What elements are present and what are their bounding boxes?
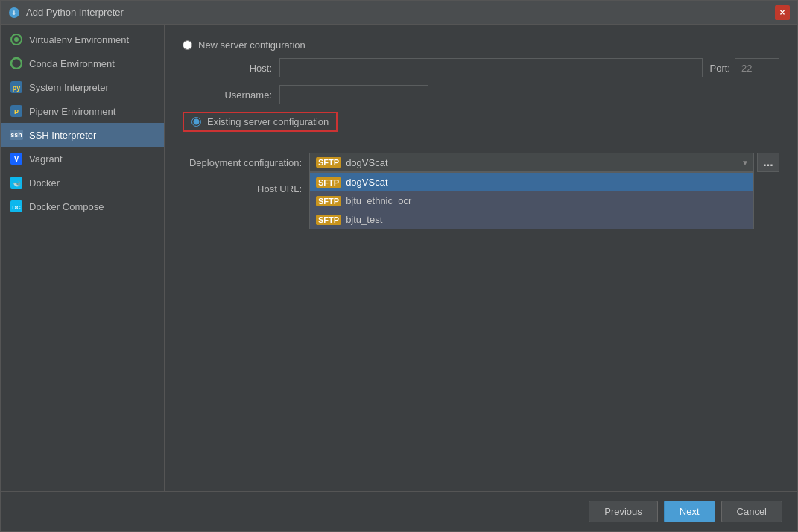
- sidebar-item-label: Pipenv Environment: [29, 106, 115, 117]
- dropdown-item-2[interactable]: SFTP bjtu_test: [310, 210, 753, 229]
- svg-text:P: P: [14, 108, 19, 115]
- sidebar-item-virtualenv[interactable]: Virtualenv Environment: [1, 28, 164, 51]
- sftp-icon-0: SFTP: [316, 177, 341, 188]
- port-input[interactable]: 22: [735, 58, 779, 77]
- sftp-icon-2: SFTP: [316, 215, 341, 225]
- username-label: Username:: [197, 89, 279, 101]
- ssh-icon: ssh: [10, 128, 23, 142]
- deployment-dropdown[interactable]: SFTP dogVScat ▼ SFTP dogVScat SFTP bjtu_…: [309, 153, 754, 172]
- selected-deployment-text: dogVScat: [346, 157, 387, 168]
- conda-icon: [10, 57, 23, 70]
- sftp-icon: SFTP: [316, 157, 341, 168]
- dropdown-arrow-icon: ▼: [741, 159, 749, 167]
- content-area: New server configuration Host: Port: 22 …: [165, 25, 797, 491]
- port-label: Port:: [710, 63, 730, 74]
- svg-text:DC: DC: [12, 204, 21, 211]
- deployment-label: Deployment configuration:: [183, 157, 309, 168]
- svg-point-4: [11, 58, 22, 69]
- next-button[interactable]: Next: [664, 501, 715, 522]
- existing-config-box[interactable]: Existing server configuration: [183, 112, 338, 132]
- sidebar-item-vagrant[interactable]: V Vagrant: [1, 147, 164, 171]
- dropdown-item-label-1: bjtu_ethnic_ocr: [346, 195, 411, 206]
- existing-server-label: Existing server configuration: [207, 116, 329, 127]
- existing-server-radio[interactable]: [191, 117, 201, 127]
- host-row: Host: Port: 22: [197, 58, 779, 77]
- new-server-label: New server configuration: [198, 39, 305, 51]
- cancel-button[interactable]: Cancel: [721, 501, 782, 522]
- host-input[interactable]: [279, 58, 703, 77]
- sidebar-item-label: Docker: [29, 177, 60, 189]
- vagrant-icon: V: [10, 152, 23, 165]
- host-label: Host:: [197, 63, 279, 74]
- sidebar-item-label: SSH Interpreter: [29, 130, 96, 141]
- docker-compose-icon: DC: [10, 200, 23, 213]
- username-row: Username:: [197, 85, 779, 104]
- sidebar-item-label: Virtualenv Environment: [29, 34, 129, 45]
- sidebar-item-label: Docker Compose: [29, 201, 104, 212]
- new-server-radio[interactable]: [183, 40, 192, 50]
- add-python-interpreter-dialog: + Add Python Interpreter × Virtualenv En…: [0, 0, 798, 532]
- dropdown-item-label-2: bjtu_test: [346, 214, 382, 225]
- sidebar-item-system[interactable]: py System Interpreter: [1, 75, 164, 99]
- more-button[interactable]: ...: [757, 153, 779, 172]
- svg-text:🐋: 🐋: [13, 179, 22, 188]
- sidebar-item-pipenv[interactable]: P Pipenv Environment: [1, 99, 164, 123]
- dropdown-item-1[interactable]: SFTP bjtu_ethnic_ocr: [310, 191, 753, 210]
- close-button[interactable]: ×: [775, 5, 790, 20]
- sftp-icon-1: SFTP: [316, 196, 341, 206]
- sidebar-item-label: System Interpreter: [29, 82, 109, 93]
- dialog-title: Add Python Interpreter: [26, 7, 775, 18]
- sidebar: Virtualenv Environment Conda Environment…: [1, 25, 165, 491]
- main-content: Virtualenv Environment Conda Environment…: [1, 25, 797, 491]
- dialog-icon: +: [8, 7, 20, 19]
- sidebar-item-docker-compose[interactable]: DC Docker Compose: [1, 194, 164, 218]
- svg-text:+: +: [12, 9, 16, 17]
- sidebar-item-label: Vagrant: [29, 153, 63, 165]
- sidebar-item-conda[interactable]: Conda Environment: [1, 51, 164, 75]
- sidebar-item-label: Conda Environment: [29, 58, 115, 69]
- dropdown-menu: SFTP dogVScat SFTP bjtu_ethnic_ocr SFTP …: [309, 172, 754, 229]
- existing-server-section: Existing server configuration: [183, 112, 779, 142]
- footer: Previous Next Cancel: [1, 491, 797, 531]
- svg-text:py: py: [13, 84, 21, 92]
- python-icon: py: [10, 80, 23, 94]
- host-url-label: Host URL:: [183, 183, 309, 194]
- sidebar-item-ssh[interactable]: ssh SSH Interpreter: [1, 123, 164, 147]
- deployment-row: Deployment configuration: SFTP dogVScat …: [183, 153, 779, 172]
- new-server-config-row: New server configuration: [183, 39, 779, 51]
- sidebar-item-docker[interactable]: 🐋 Docker: [1, 171, 164, 194]
- pipenv-icon: P: [10, 104, 23, 118]
- title-bar: + Add Python Interpreter ×: [1, 1, 797, 25]
- virtualenv-icon: [10, 33, 23, 46]
- dropdown-item-label-0: dogVScat: [346, 177, 387, 188]
- dropdown-selected-value[interactable]: SFTP dogVScat ▼: [309, 153, 754, 172]
- username-input[interactable]: [279, 85, 428, 104]
- docker-icon: 🐋: [10, 176, 23, 189]
- dropdown-item-0[interactable]: SFTP dogVScat: [310, 173, 753, 191]
- previous-button[interactable]: Previous: [589, 501, 658, 522]
- svg-point-3: [14, 37, 19, 42]
